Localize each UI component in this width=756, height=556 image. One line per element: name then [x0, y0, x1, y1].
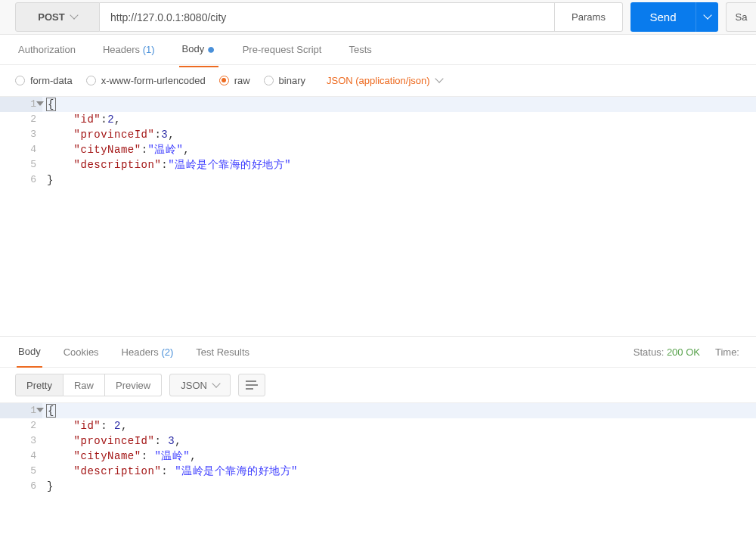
code: "id":2, [42, 112, 756, 127]
request-tabs: Authorization Headers (1) Body ● Pre-req… [0, 35, 756, 65]
body-type-row: form-data x-www-form-urlencoded raw bina… [0, 65, 756, 97]
editor-line: 5 "description": "温岭是个靠海的好地方" [0, 464, 756, 479]
gutter: 2 [0, 112, 42, 127]
content-type-label: JSON (application/json) [327, 75, 430, 86]
radio-icon [15, 76, 25, 85]
format-label: JSON [181, 380, 207, 391]
wrap-icon [246, 381, 258, 390]
gutter: 3 [0, 433, 42, 449]
gutter: 4 [0, 449, 42, 464]
radio-raw-label: raw [234, 75, 250, 86]
code: "provinceId":3, [42, 127, 756, 142]
viewer-pretty[interactable]: Pretty [15, 374, 64, 396]
tab-prerequest[interactable]: Pre-request Script [240, 36, 325, 64]
tab-tests[interactable]: Tests [345, 36, 374, 64]
gutter: 2 [0, 418, 42, 433]
radio-formdata[interactable]: form-data [15, 75, 73, 86]
editor-line: 1 { [0, 403, 756, 418]
body-indicator-icon: ● [207, 42, 215, 57]
viewer-preview[interactable]: Preview [105, 374, 162, 396]
response-tab-headers[interactable]: Headers (2) [120, 337, 175, 367]
code: } [42, 479, 756, 494]
radio-icon [264, 76, 274, 85]
editor-line: 2 "id":2, [0, 112, 756, 127]
tab-headers-label: Headers [103, 44, 140, 55]
response-tab-cookies[interactable]: Cookies [62, 337, 101, 367]
response-meta: Status: 200 OK Time: [634, 346, 739, 358]
code: } [42, 172, 756, 188]
status-code: 200 OK [667, 346, 700, 358]
editor-line: 1 { [0, 97, 756, 112]
code: "cityName": "温岭", [42, 449, 756, 464]
code: "description":"温岭是个靠海的好地方" [42, 157, 756, 172]
code: "description": "温岭是个靠海的好地方" [42, 464, 756, 479]
tab-headers[interactable]: Headers (1) [100, 36, 158, 64]
radio-binary[interactable]: binary [264, 75, 305, 86]
gutter: 3 [0, 127, 42, 142]
method-select[interactable]: POST [15, 2, 100, 32]
radio-icon [219, 76, 229, 85]
editor-line: 3 "provinceId": 3, [0, 433, 756, 449]
radio-raw[interactable]: raw [219, 75, 250, 86]
response-tab-body[interactable]: Body [17, 337, 42, 368]
tab-body-label: Body [182, 43, 205, 54]
wrap-button[interactable] [238, 374, 265, 396]
response-tab-testresults[interactable]: Test Results [194, 337, 251, 367]
gutter: 1 [0, 97, 42, 112]
response-viewer-toolbar: Pretty Raw Preview JSON [0, 368, 756, 403]
editor-line: 4 "cityName": "温岭", [0, 449, 756, 464]
editor-line: 5 "description":"温岭是个靠海的好地方" [0, 157, 756, 172]
response-tab-headers-label: Headers [122, 346, 159, 358]
method-label: POST [38, 11, 64, 23]
response-body-viewer[interactable]: 1 { 2 "id": 2, 3 "provinceId": 3, 4 "cit… [0, 403, 756, 518]
code: "id": 2, [42, 418, 756, 433]
request-toolbar: POST Params Send Sa [0, 0, 756, 35]
status-block: Status: 200 OK [634, 346, 700, 358]
content-type-select[interactable]: JSON (application/json) [327, 75, 442, 86]
save-button[interactable]: Sa [726, 2, 756, 32]
code: { [42, 97, 756, 112]
format-select[interactable]: JSON [169, 374, 231, 396]
chevron-down-icon [213, 380, 219, 391]
send-group: Send [631, 2, 718, 32]
chevron-down-icon [436, 75, 442, 86]
gutter: 6 [0, 479, 42, 494]
send-button[interactable]: Send [631, 2, 696, 32]
response-headers-count: (2) [161, 346, 173, 358]
tab-authorization[interactable]: Authorization [15, 36, 79, 64]
code: { [42, 403, 756, 418]
send-dropdown[interactable] [696, 2, 718, 32]
code: "provinceId": 3, [42, 433, 756, 449]
code: "cityName":"温岭", [42, 142, 756, 157]
params-button[interactable]: Params [555, 2, 623, 32]
editor-line: 4 "cityName":"温岭", [0, 142, 756, 157]
gutter: 6 [0, 172, 42, 188]
gutter: 4 [0, 142, 42, 157]
fold-arrow-icon[interactable] [36, 101, 44, 106]
editor-line: 2 "id": 2, [0, 418, 756, 433]
editor-line: 3 "provinceId":3, [0, 127, 756, 142]
gutter: 5 [0, 464, 42, 479]
time-label: Time: [715, 346, 739, 358]
radio-icon [86, 76, 96, 85]
time-block: Time: [715, 346, 739, 358]
gutter: 5 [0, 157, 42, 172]
url-input[interactable] [100, 2, 555, 32]
viewer-raw[interactable]: Raw [64, 374, 105, 396]
status-label: Status: [634, 346, 664, 358]
radio-formdata-label: form-data [30, 75, 73, 86]
gutter: 1 [0, 403, 42, 418]
editor-line: 6 } [0, 479, 756, 494]
response-header: Body Cookies Headers (2) Test Results St… [0, 336, 756, 368]
editor-line: 6 } [0, 172, 756, 188]
request-body-editor[interactable]: 1 { 2 "id":2, 3 "provinceId":3, 4 "cityN… [0, 97, 756, 336]
fold-arrow-icon[interactable] [36, 408, 44, 412]
radio-urlencoded-label: x-www-form-urlencoded [101, 75, 206, 86]
chevron-down-icon [71, 11, 77, 23]
tab-body[interactable]: Body ● [179, 33, 218, 67]
headers-count: (1) [143, 44, 155, 55]
radio-binary-label: binary [279, 75, 305, 86]
radio-urlencoded[interactable]: x-www-form-urlencoded [86, 75, 206, 86]
chevron-down-icon [705, 11, 711, 23]
